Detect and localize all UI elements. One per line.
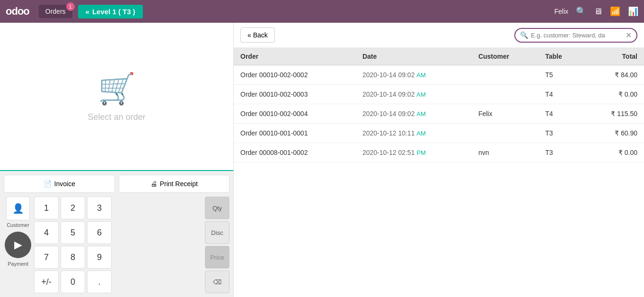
orders-button[interactable]: 1 Orders bbox=[39, 5, 72, 18]
order-table: T3 bbox=[538, 143, 584, 162]
key-plusminus[interactable]: +/- bbox=[34, 270, 59, 293]
order-total: ₹ 60.90 bbox=[584, 124, 644, 143]
order-total: ₹ 84.00 bbox=[584, 65, 644, 85]
order-name: Order 00008-001-0002 bbox=[234, 143, 356, 162]
back-label: « Back bbox=[247, 31, 268, 39]
print-receipt-label: Print Receipt bbox=[160, 180, 198, 188]
key-8[interactable]: 8 bbox=[61, 246, 85, 269]
odoo-logo: odoo bbox=[6, 5, 29, 18]
col-order: Order bbox=[234, 48, 356, 65]
orders-table: Order Date Customer Table Total Order 00… bbox=[234, 48, 644, 297]
bottom-controls: 📄 Invoice 🖨 Print Receipt 👤 Customer ▶ P… bbox=[0, 171, 233, 297]
disc-mode-button[interactable]: Disc bbox=[205, 221, 229, 244]
numpad-left: 👤 Customer ▶ Payment bbox=[4, 197, 32, 293]
orders-badge: 1 bbox=[66, 2, 75, 11]
table-header-row: Order Date Customer Table Total bbox=[234, 48, 644, 65]
order-customer bbox=[472, 65, 538, 85]
order-date: 2020-10-14 09:02 AM bbox=[356, 85, 472, 104]
order-total: ₹ 115.50 bbox=[584, 104, 644, 124]
orders-toolbar: « Back 🔍 ✕ bbox=[234, 23, 644, 48]
main-area: 🛒 Select an order 📄 Invoice 🖨 Print Rece… bbox=[0, 23, 644, 297]
key-1[interactable]: 1 bbox=[34, 197, 59, 219]
invoice-label: Invoice bbox=[54, 180, 75, 188]
search-box: 🔍 ✕ bbox=[514, 28, 637, 43]
col-date: Date bbox=[356, 48, 472, 65]
order-customer bbox=[472, 85, 538, 104]
search-input[interactable] bbox=[531, 32, 623, 39]
order-total: ₹ 0.00 bbox=[584, 143, 644, 162]
key-4[interactable]: 4 bbox=[34, 221, 59, 244]
back-button[interactable]: « Back bbox=[240, 27, 275, 43]
select-order-text: Select an order bbox=[88, 112, 145, 122]
price-mode-button[interactable]: Price bbox=[205, 246, 229, 269]
numpad-grid: 1 2 3 4 5 6 7 8 9 +/- 0 . bbox=[34, 197, 203, 293]
key-0[interactable]: 0 bbox=[61, 270, 85, 293]
signal-icon[interactable]: 📊 bbox=[628, 6, 638, 17]
table-row[interactable]: Order 00010-002-0003 2020-10-14 09:02 AM… bbox=[234, 85, 644, 104]
qty-mode-button[interactable]: Qty bbox=[205, 197, 229, 219]
customer-button[interactable]: 👤 bbox=[6, 197, 30, 220]
header-right: Felix 🔍 🖥 📶 📊 bbox=[554, 6, 638, 17]
backspace-button[interactable]: ⌫ bbox=[205, 270, 229, 293]
numpad-area: 👤 Customer ▶ Payment 1 2 3 4 5 6 7 8 9 +… bbox=[4, 197, 229, 293]
cart-icon: 🛒 bbox=[98, 71, 136, 107]
table-row[interactable]: Order 00010-001-0001 2020-10-12 10:11 AM… bbox=[234, 124, 644, 143]
key-7[interactable]: 7 bbox=[34, 246, 59, 269]
monitor-icon[interactable]: 🖥 bbox=[594, 7, 602, 17]
key-5[interactable]: 5 bbox=[61, 221, 85, 244]
col-total: Total bbox=[584, 48, 644, 65]
wifi-icon[interactable]: 📶 bbox=[610, 6, 620, 17]
table-row[interactable]: Order 00008-001-0002 2020-10-12 02:51 PM… bbox=[234, 143, 644, 162]
order-name: Order 00010-002-0002 bbox=[234, 65, 356, 85]
orders-label: Orders bbox=[45, 8, 66, 15]
order-date: 2020-10-12 10:11 AM bbox=[356, 124, 472, 143]
table-row[interactable]: Order 00010-002-0004 2020-10-14 09:02 AM… bbox=[234, 104, 644, 124]
key-2[interactable]: 2 bbox=[61, 197, 85, 219]
print-receipt-button[interactable]: 🖨 Print Receipt bbox=[119, 175, 230, 193]
order-customer bbox=[472, 124, 538, 143]
key-6[interactable]: 6 bbox=[87, 221, 112, 244]
col-table: Table bbox=[538, 48, 584, 65]
order-table: T4 bbox=[538, 104, 584, 124]
right-panel: « Back 🔍 ✕ Order Date Customer Table Tot… bbox=[234, 23, 644, 297]
numpad-right: Qty Disc Price ⌫ bbox=[205, 197, 229, 293]
order-date: 2020-10-14 09:02 AM bbox=[356, 65, 472, 85]
order-name: Order 00010-002-0004 bbox=[234, 104, 356, 124]
level-button[interactable]: « Level 1 ( T3 ) bbox=[78, 5, 143, 18]
col-customer: Customer bbox=[472, 48, 538, 65]
order-display: 🛒 Select an order bbox=[0, 23, 233, 171]
order-name: Order 00010-002-0003 bbox=[234, 85, 356, 104]
order-table: T3 bbox=[538, 124, 584, 143]
invoice-button[interactable]: 📄 Invoice bbox=[4, 175, 115, 193]
left-panel: 🛒 Select an order 📄 Invoice 🖨 Print Rece… bbox=[0, 23, 234, 297]
order-date: 2020-10-12 02:51 PM bbox=[356, 143, 472, 162]
key-3[interactable]: 3 bbox=[87, 197, 112, 219]
action-buttons: 📄 Invoice 🖨 Print Receipt bbox=[4, 175, 229, 193]
level-prefix-icon: « bbox=[86, 8, 89, 16]
search-clear-button[interactable]: ✕ bbox=[626, 31, 632, 40]
invoice-icon: 📄 bbox=[44, 180, 52, 188]
payment-button[interactable]: ▶ bbox=[5, 232, 31, 258]
search-icon[interactable]: 🔍 bbox=[576, 6, 586, 17]
print-icon: 🖨 bbox=[150, 180, 157, 188]
order-date: 2020-10-14 09:02 AM bbox=[356, 104, 472, 124]
table-row[interactable]: Order 00010-002-0002 2020-10-14 09:02 AM… bbox=[234, 65, 644, 85]
order-total: ₹ 0.00 bbox=[584, 85, 644, 104]
order-table: T5 bbox=[538, 65, 584, 85]
username: Felix bbox=[554, 8, 568, 15]
search-box-icon: 🔍 bbox=[520, 31, 528, 39]
order-name: Order 00010-001-0001 bbox=[234, 124, 356, 143]
customer-label: Customer bbox=[7, 222, 29, 228]
header: odoo 1 Orders « Level 1 ( T3 ) Felix 🔍 🖥… bbox=[0, 0, 644, 23]
key-9[interactable]: 9 bbox=[87, 246, 112, 269]
order-customer: nvn bbox=[472, 143, 538, 162]
payment-label: Payment bbox=[8, 261, 28, 267]
level-label: Level 1 ( T3 ) bbox=[92, 8, 135, 16]
order-table: T4 bbox=[538, 85, 584, 104]
order-customer: Felix bbox=[472, 104, 538, 124]
key-dot[interactable]: . bbox=[87, 270, 112, 293]
